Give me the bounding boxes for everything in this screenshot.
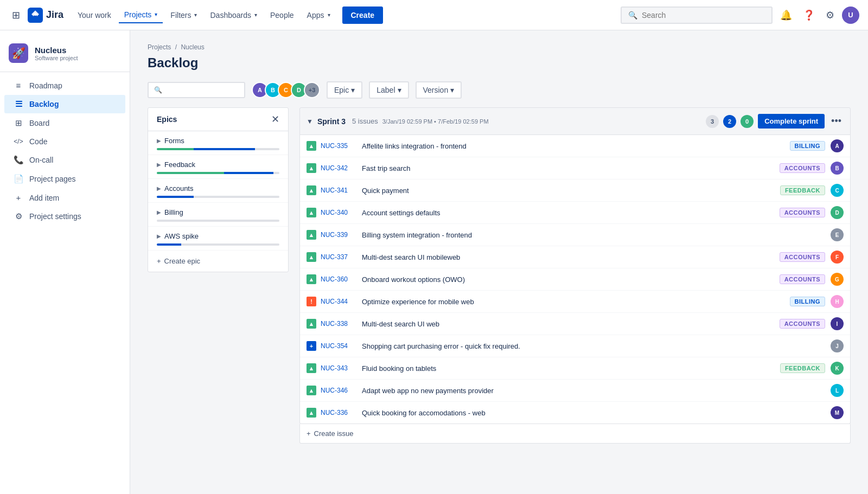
issue-row-nuc337[interactable]: ▲ NUC-337 Multi-dest search UI mobileweb…: [300, 246, 850, 268]
issue-label: ACCOUNTS: [780, 163, 825, 173]
roadmap-icon: ≡: [13, 81, 24, 90]
sprint-chevron-icon[interactable]: ▼: [307, 118, 313, 125]
project-icon: 🚀: [9, 43, 28, 63]
create-epic-plus-icon: +: [157, 257, 161, 265]
assignee-avatar: B: [831, 162, 844, 175]
sprint-issues-count: 5 issues: [352, 117, 378, 125]
breadcrumb-projects[interactable]: Projects: [148, 43, 171, 51]
epic-forms-name[interactable]: Forms: [164, 137, 184, 145]
issue-row-nuc336[interactable]: ▲ NUC-336 Quick booking for accomodation…: [300, 402, 850, 424]
issue-story-icon: ▲: [307, 185, 316, 195]
issue-right: ACCOUNTS B: [780, 162, 844, 175]
help-icon[interactable]: ❓: [800, 6, 818, 24]
issue-story-icon: ▲: [307, 163, 316, 173]
issue-row-nuc346[interactable]: ▲ NUC-346 Adapt web app no new payments …: [300, 380, 850, 402]
epic-filter-button[interactable]: Epic ▾: [327, 81, 362, 99]
issue-row-nuc342[interactable]: ▲ NUC-342 Fast trip search ACCOUNTS B: [300, 157, 850, 179]
assignee-avatar: M: [831, 406, 844, 419]
issue-row-nuc354[interactable]: + NUC-354 Shopping cart purchasing error…: [300, 335, 850, 357]
issue-story-icon: ▲: [307, 208, 316, 217]
breadcrumb-nucleus[interactable]: Nucleus: [181, 43, 204, 51]
create-issue-label: Create issue: [314, 429, 354, 438]
epics-close-button[interactable]: ✕: [271, 114, 279, 124]
create-epic-button[interactable]: + Create epic: [148, 251, 288, 272]
issue-key: NUC-342: [321, 164, 358, 172]
version-filter-button[interactable]: Version ▾: [416, 81, 462, 99]
epic-accounts-name[interactable]: Accounts: [164, 184, 193, 193]
epic-aws-name[interactable]: AWS spike: [164, 232, 199, 240]
nav-filters[interactable]: Filters ▾: [165, 8, 202, 23]
issue-row-nuc341[interactable]: ▲ NUC-341 Quick payment FEEDBACK C: [300, 179, 850, 202]
nav-people[interactable]: People: [265, 8, 299, 23]
issue-summary: Fluid booking on tablets: [362, 364, 776, 373]
epic-feedback-name[interactable]: Feedback: [164, 161, 195, 169]
issue-row-nuc338[interactable]: ▲ NUC-338 Multi-dest search UI web ACCOU…: [300, 313, 850, 335]
sidebar-item-roadmap[interactable]: ≡ Roadmap: [4, 76, 125, 94]
sidebar-item-board[interactable]: ⊞ Board: [4, 114, 125, 132]
issue-key: NUC-344: [321, 298, 358, 305]
backlog-icon: ☰: [13, 99, 24, 109]
create-issue-button[interactable]: + Create issue: [299, 424, 851, 444]
sidebar-label-oncall: On-call: [29, 156, 53, 164]
issue-right: ACCOUNTS F: [780, 251, 844, 264]
issue-summary: Affelite links integration - frontend: [362, 142, 786, 150]
label-filter-button[interactable]: Label ▾: [369, 81, 409, 99]
sprint-date-range: 3/Jan/19 02:59 PM • 7/Feb/19 02:59 PM: [382, 118, 489, 125]
notifications-icon[interactable]: 🔔: [777, 6, 795, 24]
sidebar-item-oncall[interactable]: 📞 On-call: [4, 151, 125, 169]
epic-forms-chevron-icon[interactable]: ▶: [157, 138, 161, 144]
issue-row-nuc344[interactable]: ! NUC-344 Optimize experience for mobile…: [300, 291, 850, 313]
search-input[interactable]: [642, 11, 765, 20]
sidebar-label-add-item: Add item: [29, 194, 59, 202]
nav-projects[interactable]: Projects ▾: [119, 7, 163, 23]
epic-billing-name[interactable]: Billing: [164, 208, 183, 216]
epic-billing-progress: [157, 220, 279, 222]
epic-aws-chevron-icon[interactable]: ▶: [157, 233, 161, 239]
epic-chevron-icon: ▾: [351, 86, 355, 94]
epic-billing-chevron-icon[interactable]: ▶: [157, 209, 161, 215]
sidebar-item-project-pages[interactable]: 📄 Project pages: [4, 170, 125, 188]
search-box: 🔍: [621, 7, 773, 24]
issues-list: ▲ NUC-335 Affelite links integration - f…: [299, 135, 851, 424]
assignee-filter-avatars: A B C D +3: [252, 82, 320, 98]
nav-your-work[interactable]: Your work: [72, 8, 117, 23]
assignee-avatar: K: [831, 362, 844, 375]
issue-row-nuc360[interactable]: ▲ NUC-360 Onboard workout options (OWO) …: [300, 268, 850, 291]
sidebar-label-board: Board: [29, 119, 49, 127]
sidebar-item-backlog[interactable]: ☰ Backlog: [4, 95, 125, 113]
sidebar-item-add-item[interactable]: + Add item: [4, 189, 125, 207]
issue-summary: Billing system integration - frontend: [362, 231, 826, 239]
issue-row-nuc340[interactable]: ▲ NUC-340 Account settings defaults ACCO…: [300, 202, 850, 224]
issue-story-icon: ▲: [307, 363, 316, 373]
create-button[interactable]: Create: [342, 7, 384, 24]
issue-label: FEEDBACK: [780, 185, 825, 195]
user-avatar[interactable]: U: [842, 7, 859, 24]
sidebar-item-project-settings[interactable]: ⚙ Project settings: [4, 207, 125, 226]
label-chevron-icon: ▾: [398, 86, 401, 94]
avatar-more[interactable]: +3: [304, 82, 320, 98]
complete-sprint-button[interactable]: Complete sprint: [758, 114, 825, 129]
epic-feedback-chevron-icon[interactable]: ▶: [157, 162, 161, 168]
assignee-avatar: H: [831, 295, 844, 308]
grid-icon[interactable]: ⊞: [9, 6, 23, 24]
sprint-name: Sprint 3: [317, 117, 346, 126]
settings-icon[interactable]: ⚙: [822, 6, 838, 24]
assignee-avatar: I: [831, 317, 844, 330]
issue-row-nuc335[interactable]: ▲ NUC-335 Affelite links integration - f…: [300, 135, 850, 157]
issue-key: NUC-346: [321, 387, 358, 394]
app-layout: 🚀 Nucleus Software project ≡ Roadmap ☰ B…: [0, 30, 868, 494]
assignee-avatar: C: [831, 184, 844, 197]
sidebar-item-code[interactable]: </> Code: [4, 133, 125, 150]
epic-accounts-chevron-icon[interactable]: ▶: [157, 185, 161, 191]
nav-apps[interactable]: Apps ▾: [302, 8, 336, 23]
issue-row-nuc339[interactable]: ▲ NUC-339 Billing system integration - f…: [300, 224, 850, 246]
epic-accounts-progress: [157, 196, 279, 198]
issue-label: ACCOUNTS: [780, 208, 825, 217]
projects-chevron-icon: ▾: [155, 11, 157, 17]
issue-right: ACCOUNTS D: [780, 206, 844, 219]
nav-dashboards[interactable]: Dashboards ▾: [205, 8, 263, 23]
sprint-more-button[interactable]: •••: [829, 113, 844, 129]
issue-row-nuc343[interactable]: ▲ NUC-343 Fluid booking on tablets FEEDB…: [300, 357, 850, 380]
backlog-search-input[interactable]: [165, 86, 239, 94]
jira-logo[interactable]: Jira: [28, 8, 63, 23]
